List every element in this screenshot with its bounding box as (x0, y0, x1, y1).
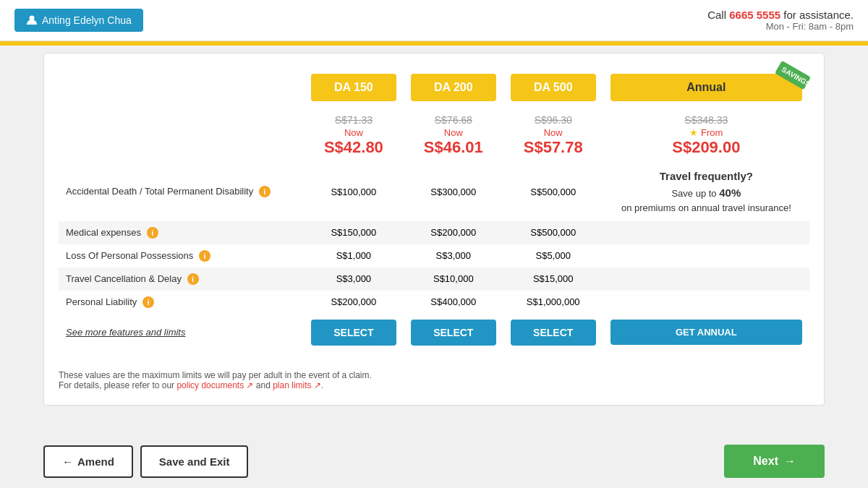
get-annual-button[interactable]: GET ANNUAL (610, 320, 802, 345)
da200-liability: S$400,000 (404, 291, 503, 314)
da200-price-cell: S$76.68 Now S$46.01 (404, 108, 503, 163)
annual-promo-save-text: Save up to (671, 188, 719, 199)
top-bar: Anting Edelyn Chua Call 6665 5555 for as… (0, 0, 868, 41)
da150-original-price: S$71.33 (311, 114, 396, 126)
da150-select-cell: SELECT (304, 314, 404, 351)
next-arrow-icon: → (784, 455, 796, 468)
label-col-header (59, 68, 304, 108)
da500-select-button[interactable]: SELECT (511, 320, 596, 346)
contact-text: Call (707, 9, 729, 21)
da500-liability: S$1,000,000 (503, 291, 603, 314)
info-icon-accidental-death[interactable]: i (259, 186, 271, 197)
disclaimer-suffix: . (321, 380, 323, 390)
annual-accidental-death: Travel frequently? Save up to 40% on pre… (603, 163, 809, 221)
da150-now-label: Now (311, 127, 396, 138)
annual-select-cell: GET ANNUAL (603, 314, 809, 351)
da150-plan-label: DA 150 (311, 74, 396, 101)
annual-promo-line1: Travel frequently? (660, 170, 753, 182)
contact-info: Call 6665 5555 for assistance. Mon - Fri… (707, 9, 854, 32)
plan-header-row: DA 150 DA 200 DA 500 Annual SAVINGS (59, 68, 809, 108)
info-icon-possessions[interactable]: i (199, 250, 210, 262)
disclaimer-line1: These values are the maximum limits we w… (59, 370, 809, 380)
table-row: Travel Cancellation & Delay i S$3,000 S$… (59, 267, 809, 291)
plan-limits-link[interactable]: plan limits ↗ (273, 380, 321, 390)
annual-possessions (603, 244, 809, 267)
annual-price-cell: S$348.33 ★ From S$209.00 (603, 108, 809, 163)
back-arrow-icon: ← (62, 455, 73, 468)
row-label-liability: Personal Liability i (59, 291, 304, 314)
da200-now-price: S$46.01 (411, 138, 496, 157)
annual-liability (603, 291, 809, 314)
annual-original-price: S$348.33 (610, 114, 802, 126)
price-label-empty (59, 108, 304, 163)
da500-plan-label: DA 500 (511, 74, 596, 101)
disclaimer-and: and (253, 380, 273, 390)
disclaimer-prefix: For details, please refer to our (59, 380, 176, 390)
da150-liability: S$200,000 (304, 291, 404, 314)
da150-possessions: S$1,000 (304, 244, 404, 267)
da150-cancellation: S$3,000 (304, 267, 404, 291)
da500-cancellation: S$15,000 (503, 267, 603, 291)
da500-medical: S$500,000 (503, 221, 603, 244)
see-more-cell: See more features and limits (59, 314, 304, 351)
user-icon (26, 14, 38, 26)
da500-now-label: Now (511, 127, 596, 138)
save-exit-button[interactable]: Save and Exit (140, 445, 249, 478)
disclaimer-line2: For details, please refer to our policy … (59, 380, 809, 390)
da200-now-label: Now (411, 127, 496, 138)
footer-left-actions: ← Amend Save and Exit (43, 445, 248, 478)
contact-suffix: for assistance. (780, 9, 854, 21)
da500-header: DA 500 (503, 68, 603, 108)
info-icon-medical[interactable]: i (147, 227, 158, 239)
annual-plan-label: Annual (686, 81, 726, 93)
see-more-link[interactable]: See more features and limits (66, 327, 185, 338)
da200-cancellation: S$10,000 (404, 267, 503, 291)
annual-header: Annual SAVINGS (603, 68, 809, 108)
da500-price-cell: S$96.30 Now S$57.78 (503, 108, 603, 163)
da500-possessions: S$5,000 (503, 244, 603, 267)
info-icon-liability[interactable]: i (142, 296, 154, 308)
da500-select-cell: SELECT (503, 314, 603, 351)
da500-original-price: S$96.30 (511, 114, 596, 126)
da200-original-price: S$76.68 (411, 114, 496, 126)
see-more-row: See more features and limits SELECT SELE… (59, 314, 809, 351)
da150-price-cell: S$71.33 Now S$42.80 (304, 108, 404, 163)
da150-accidental-death: S$100,000 (304, 163, 404, 221)
table-row: Loss Of Personal Possessions i S$1,000 S… (59, 244, 809, 267)
row-label-cancellation: Travel Cancellation & Delay i (59, 267, 304, 291)
da500-now-price: S$57.78 (511, 138, 596, 157)
row-label-medical: Medical expenses i (59, 221, 304, 244)
annual-promo-percent: 40% (719, 187, 741, 199)
annual-promo: Travel frequently? Save up to 40% on pre… (610, 168, 802, 215)
da150-now-price: S$42.80 (311, 138, 396, 157)
footer-bar: ← Amend Save and Exit Next → (0, 435, 868, 488)
da200-medical: S$200,000 (404, 221, 503, 244)
savings-badge: SAVINGS (775, 61, 811, 90)
row-label-possessions: Loss Of Personal Possessions i (59, 244, 304, 267)
info-icon-cancellation[interactable]: i (187, 273, 199, 285)
da150-header: DA 150 (304, 68, 404, 108)
row-label-accidental-death: Accidental Death / Total Permanent Disab… (59, 163, 304, 221)
annual-from-label: ★ From (610, 127, 802, 138)
annual-promo-line3: on premiums on annual travel insurance! (621, 202, 791, 213)
da200-select-button[interactable]: SELECT (411, 320, 496, 346)
amend-button[interactable]: ← Amend (43, 445, 133, 478)
annual-from-price: S$209.00 (610, 138, 802, 157)
policy-documents-link[interactable]: policy documents ↗ (176, 380, 253, 390)
da200-header: DA 200 (404, 68, 503, 108)
user-button[interactable]: Anting Edelyn Chua (14, 9, 143, 32)
da200-select-cell: SELECT (404, 314, 503, 351)
contact-hours: Mon - Fri: 8am - 8pm (707, 21, 854, 32)
da200-accidental-death: S$300,000 (404, 163, 503, 221)
da150-select-button[interactable]: SELECT (311, 320, 396, 346)
yellow-accent-bar (0, 41, 868, 46)
annual-medical (603, 221, 809, 244)
da150-medical: S$150,000 (304, 221, 404, 244)
table-row: Personal Liability i S$200,000 S$400,000… (59, 291, 809, 314)
phone-number: 6665 5555 (729, 9, 780, 21)
star-icon: ★ (689, 127, 698, 138)
da200-possessions: S$3,000 (404, 244, 503, 267)
next-button[interactable]: Next → (724, 445, 825, 478)
user-name: Anting Edelyn Chua (42, 14, 132, 26)
table-row: Accidental Death / Total Permanent Disab… (59, 163, 809, 221)
